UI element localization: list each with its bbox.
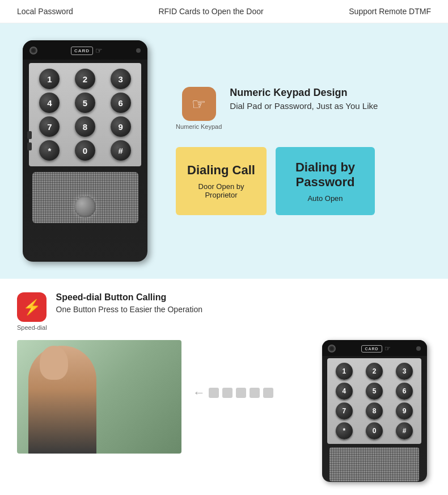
key2-3: 3 [396,363,413,380]
key-#: # [111,140,131,161]
key2-4: 4 [336,383,353,400]
feature-text-block: Numeric Keypad Design Dial Pad or Passwo… [230,87,378,111]
speed-dial-subtitle: One Button Press to Easier the Operation [56,305,202,314]
dot-5[interactable] [263,388,273,398]
top-bar: Local Password RFID Cards to Open the Do… [0,0,448,23]
section-white-bottom: ← CARD ☞ 123456789*0# [17,340,431,482]
dialing-password-sub: Auto Open [307,194,343,203]
key2-9: 9 [396,402,413,420]
door-device: CARD ☞ 123456789*0# [23,40,147,262]
dots-section: ← [193,340,306,406]
key-5: 5 [75,93,95,113]
key-3: 3 [111,69,131,89]
card-label: CARD [71,47,93,55]
section-right: ☞ Numeric Keypad Numeric Keypad Design D… [159,81,437,221]
dot-2[interactable] [222,388,233,398]
key-6: 6 [111,93,131,113]
speaker [32,172,138,223]
device-top: CARD ☞ [23,40,147,60]
key2-6: 6 [396,383,413,400]
dots-nav: ← [193,385,273,400]
key-1: 1 [39,69,60,89]
speed-dial-label: Speed-dial [17,324,47,331]
side-btn-2 [27,142,32,150]
dialing-password-title: Dialing by Password [287,160,364,190]
keypad-panel-2: 123456789*0# [327,358,422,444]
device-dot-2 [416,346,421,351]
hand-icon-2: ☞ [384,345,391,353]
dialing-call-title: Dialing Call [187,163,255,178]
device-image-2: CARD ☞ 123456789*0# [318,340,431,482]
lightning-icon: ⚡ [23,299,41,316]
key2-1: 1 [336,363,353,380]
person-head [40,346,68,380]
card-symbol-2: CARD ☞ [361,345,390,353]
top-bar-item-1: Local Password [17,7,73,16]
keypad-panel: 123456789*0# [29,63,141,166]
key-2: 2 [75,69,95,89]
cards-row: Dialing Call Door Open by Proprietor Dia… [176,147,375,215]
key2-7: 7 [336,402,353,420]
numeric-keypad-label: Numeric Keypad [176,123,222,130]
card-label-2: CARD [361,345,382,353]
key-*: * [39,140,60,161]
hand-icon: ☞ [95,46,103,55]
camera-icon-2 [328,345,336,353]
top-bar-item-2: RFID Cards to Open the Door [158,7,263,16]
section-white: ⚡ Speed-dial Speed-dial Button Calling O… [0,279,448,488]
person-image [17,340,181,454]
feature-subtitle: Dial Pad or Password, Just as You Like [230,101,378,111]
key2-2: 2 [366,363,383,380]
camera-icon [29,47,37,54]
nav-arrow-left[interactable]: ← [193,385,205,400]
finger-icon: ☞ [192,95,206,114]
dot-3[interactable] [236,388,246,398]
speed-dial-icon: ⚡ [17,292,47,322]
dialing-password-card: Dialing by Password Auto Open [276,147,375,215]
device-dot [136,48,141,53]
speed-dial-title: Speed-dial Button Calling [56,292,202,303]
dot-1[interactable] [209,388,219,398]
dialing-call-sub: Door Open by Proprietor [187,182,255,199]
key-4: 4 [39,93,60,113]
section-blue: CARD ☞ 123456789*0# [0,23,448,279]
speaker-2 [329,447,419,481]
speed-text-block: Speed-dial Button Calling One Button Pre… [56,292,202,314]
key2-#: # [396,422,413,439]
side-btn-1 [27,131,32,139]
card-symbol: CARD ☞ [71,46,103,55]
device2-top: CARD ☞ [322,340,427,356]
door-device-2: CARD ☞ 123456789*0# [322,340,427,482]
key-7: 7 [39,116,60,137]
dialing-call-card: Dialing Call Door Open by Proprietor [176,147,267,215]
key2-8: 8 [366,402,383,420]
key2-5: 5 [366,383,383,400]
side-buttons [27,131,32,150]
dot-4[interactable] [250,388,260,398]
section-white-top: ⚡ Speed-dial Speed-dial Button Calling O… [17,292,431,331]
key2-*: * [336,422,353,439]
feature-title: Numeric Keypad Design [230,87,378,99]
numeric-keypad-icon: ☞ [182,87,216,121]
key-8: 8 [75,116,95,137]
key-9: 9 [111,116,131,137]
speaker-holes-2 [329,447,419,481]
device-image-1: CARD ☞ 123456789*0# [11,40,159,262]
key-0: 0 [75,140,95,161]
top-bar-item-3: Support Remote DTMF [349,7,431,16]
key2-0: 0 [366,422,383,439]
call-button [74,196,96,217]
feature-icon-row: ☞ Numeric Keypad Numeric Keypad Design D… [176,87,378,130]
